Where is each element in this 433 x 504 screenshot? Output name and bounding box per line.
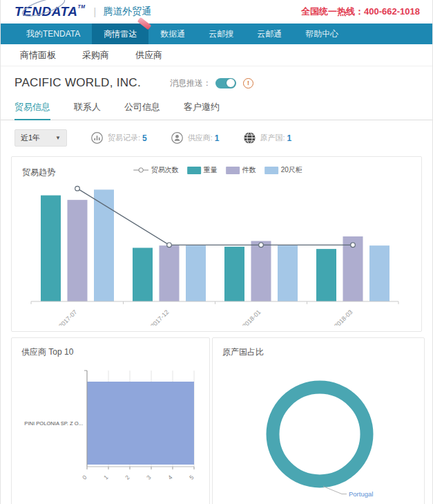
stat-origin-countries: 原产国: 1 xyxy=(243,131,292,144)
supplier-icon xyxy=(171,131,184,144)
subnav-item-suppliers[interactable]: 供应商 xyxy=(135,49,162,62)
tab-customer-invite[interactable]: 客户邀约 xyxy=(184,101,220,120)
stat-value: 5 xyxy=(142,133,147,143)
stat-value: 1 xyxy=(287,133,292,143)
bottom-row: 供应商 Top 10 012345PINI POLONIA SP. Z O...… xyxy=(11,337,422,504)
stat-label: 原产国: xyxy=(260,133,285,143)
svg-text:2018-01: 2018-01 xyxy=(241,308,262,326)
stat-label: 供应商: xyxy=(188,133,213,143)
supplier-top10-chart[interactable]: 012345PINI POLONIA SP. Z O... xyxy=(21,358,201,504)
legend-item-20ft-container[interactable]: 20尺柜 xyxy=(264,165,302,175)
legend-label: 重量 xyxy=(204,165,218,175)
svg-text:PINI POLONIA SP. Z O...: PINI POLONIA SP. Z O... xyxy=(24,420,83,427)
svg-text:3: 3 xyxy=(145,474,153,481)
nav-item-my-tendata[interactable]: 我的TENDATA xyxy=(15,24,92,44)
legend-item-pieces[interactable]: 件数 xyxy=(226,165,256,175)
globe-icon xyxy=(243,131,256,144)
detail-tabs: 贸易信息 联系人 公司信息 客户邀约 xyxy=(1,101,432,120)
trend-card-header: 贸易趋势 贸易次数 重量 件数 xyxy=(22,165,411,180)
origin-country-card: 原产国占比 Portugal xyxy=(212,337,425,504)
sub-nav: 商情面板 采购商 供应商 xyxy=(1,44,432,66)
company-row: PACIFIC WORLD, INC. 消息推送： ! xyxy=(15,76,418,90)
date-range-select[interactable]: 近1年 ▼ xyxy=(15,129,67,147)
toggle-knob xyxy=(227,79,235,87)
subnav-item-business-panel[interactable]: 商情面板 xyxy=(20,49,56,62)
origin-country-donut-chart[interactable]: Portugal xyxy=(222,358,416,504)
nav-item-label: 商情雷达 xyxy=(104,29,137,39)
stat-trade-records: 贸易记录: 5 xyxy=(90,131,147,144)
stat-value: 1 xyxy=(215,133,220,143)
svg-text:2: 2 xyxy=(124,474,131,481)
message-push-toggle[interactable] xyxy=(215,78,236,88)
product-name: 腾道外贸通 xyxy=(103,6,151,18)
trade-trend-card: 贸易趋势 贸易次数 重量 件数 xyxy=(11,156,422,332)
nav-item-data-pass[interactable]: 数据通 xyxy=(148,24,197,44)
message-push-label: 消息推送： xyxy=(170,77,211,89)
logo-text: TENDATATM xyxy=(15,4,87,19)
svg-text:0: 0 xyxy=(81,474,88,481)
bar-chart-icon xyxy=(90,131,104,144)
subnav-item-buyers[interactable]: 采购商 xyxy=(82,49,109,62)
tab-contacts[interactable]: 联系人 xyxy=(74,101,101,120)
legend-label: 20尺柜 xyxy=(281,165,302,175)
supplier-chart-title: 供应商 Top 10 xyxy=(21,346,201,358)
line-marker-icon xyxy=(133,167,148,174)
svg-text:4: 4 xyxy=(166,474,174,481)
svg-text:1: 1 xyxy=(102,474,110,481)
header: TENDATATM | 腾道外贸通 全国统一热线：400-662-1018 xyxy=(1,0,432,24)
main-nav: 我的TENDATA 商情雷达 数据通 云邮搜 云邮通 帮助中心 xyxy=(1,24,432,44)
trend-chart-title: 贸易趋势 xyxy=(22,167,55,177)
logo-separator: | xyxy=(94,6,97,17)
nav-item-business-radar[interactable]: 商情雷达 xyxy=(92,24,148,44)
logo[interactable]: TENDATATM | 腾道外贸通 xyxy=(15,4,151,19)
supplier-top10-card: 供应商 Top 10 012345PINI POLONIA SP. Z O... xyxy=(11,337,210,504)
legend-swatch xyxy=(187,167,201,174)
svg-text:2017-12: 2017-12 xyxy=(149,308,170,326)
nav-item-help-center[interactable]: 帮助中心 xyxy=(294,24,350,44)
company-name: PACIFIC WORLD, INC. xyxy=(15,76,141,90)
nav-item-cloud-mail[interactable]: 云邮通 xyxy=(245,24,294,44)
trend-legend: 贸易次数 重量 件数 20尺柜 xyxy=(133,165,311,175)
hotline-number: 全国统一热线：400-662-1018 xyxy=(301,6,420,18)
svg-text:2018-03: 2018-03 xyxy=(333,308,354,326)
tab-trade-info[interactable]: 贸易信息 xyxy=(15,101,50,120)
notice-icon[interactable]: ! xyxy=(243,78,253,88)
stat-suppliers: 供应商: 1 xyxy=(171,131,220,144)
nav-item-cloud-mail-search[interactable]: 云邮搜 xyxy=(197,24,245,44)
page: TENDATATM | 腾道外贸通 全国统一热线：400-662-1018 我的… xyxy=(0,0,433,504)
legend-swatch xyxy=(264,167,278,174)
date-range-value: 近1年 xyxy=(21,133,40,143)
legend-swatch xyxy=(226,167,240,174)
stat-label: 贸易记录: xyxy=(108,133,140,143)
trend-chart[interactable]: 2017-072017-122018-012018-03 xyxy=(22,180,412,326)
svg-text:Portugal: Portugal xyxy=(349,490,373,498)
tab-company-info[interactable]: 公司信息 xyxy=(124,101,160,120)
trademark-symbol: TM xyxy=(77,4,85,9)
filter-row: 近1年 ▼ 贸易记录: 5 供应商: 1 xyxy=(15,129,418,147)
legend-label: 件数 xyxy=(242,165,256,175)
legend-item-trade-count[interactable]: 贸易次数 xyxy=(133,165,179,175)
svg-text:5: 5 xyxy=(188,474,195,481)
chevron-down-icon: ▼ xyxy=(55,135,61,141)
legend-label: 贸易次数 xyxy=(151,165,179,175)
origin-chart-title: 原产国占比 xyxy=(222,346,416,358)
legend-item-weight[interactable]: 重量 xyxy=(187,165,218,175)
svg-text:2017-07: 2017-07 xyxy=(57,308,78,326)
